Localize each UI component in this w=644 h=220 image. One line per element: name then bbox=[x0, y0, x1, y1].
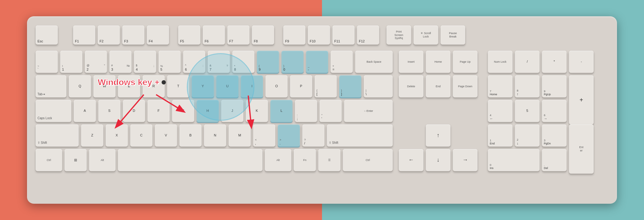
key-slash[interactable]: ? / bbox=[302, 124, 324, 147]
key-d[interactable]: D bbox=[123, 100, 145, 122]
key-numpad-enter[interactable]: Enter bbox=[569, 124, 594, 174]
key-space[interactable] bbox=[118, 149, 262, 171]
key-label: F9 bbox=[285, 39, 289, 43]
key-f[interactable]: F bbox=[147, 100, 170, 122]
key-label: F2 bbox=[100, 39, 104, 43]
key-5[interactable]: % 5 bbox=[159, 51, 181, 73]
key-numpad-5[interactable]: 5 bbox=[515, 100, 540, 122]
key-f2[interactable]: F2 bbox=[98, 26, 120, 45]
key-f3[interactable]: F3 bbox=[122, 26, 144, 45]
key-esc[interactable]: Esc bbox=[36, 26, 58, 45]
key-home[interactable]: Home bbox=[426, 51, 450, 73]
key-o[interactable]: O bbox=[265, 75, 288, 97]
key-f6[interactable]: F6 bbox=[203, 26, 225, 45]
key-pause-break[interactable]: PauseBreak bbox=[441, 26, 465, 45]
key-alt-left[interactable]: Alt bbox=[89, 149, 116, 171]
key-caps-lock[interactable]: Caps Lock bbox=[36, 100, 71, 122]
key-semicolon[interactable]: : ; bbox=[295, 100, 317, 122]
key-t[interactable]: T bbox=[167, 75, 189, 97]
key-9[interactable]: ( 9 bbox=[257, 51, 279, 73]
key-label: F3 bbox=[124, 39, 128, 43]
key-0[interactable]: ) 0 bbox=[281, 51, 304, 73]
key-menu[interactable]: ☰ bbox=[318, 149, 340, 171]
key-numpad-3[interactable]: 3 PgDn bbox=[542, 124, 567, 147]
key-n[interactable]: N bbox=[204, 124, 226, 147]
key-s[interactable]: S bbox=[98, 100, 120, 122]
key-enter[interactable]: ←Enter bbox=[344, 100, 393, 122]
key-f1[interactable]: F1 bbox=[73, 26, 95, 45]
key-numpad-8[interactable]: 8 ↑ bbox=[515, 75, 540, 97]
key-label: ⇧ Shift bbox=[37, 141, 47, 145]
key-quote[interactable]: " ' bbox=[320, 100, 342, 122]
key-label: Caps Lock bbox=[37, 116, 52, 120]
key-f7[interactable]: F7 bbox=[227, 26, 249, 45]
key-label: Page Down bbox=[455, 85, 476, 88]
key-page-up[interactable]: Page Up bbox=[453, 51, 477, 73]
key-f8[interactable]: F8 bbox=[252, 26, 274, 45]
key-minus[interactable]: _ - bbox=[306, 51, 328, 73]
key-backslash[interactable]: | \ bbox=[364, 75, 393, 97]
key-numpad-0[interactable]: 0 Ins bbox=[488, 149, 540, 171]
key-f11[interactable]: F11 bbox=[332, 26, 355, 45]
key-numpad-2[interactable]: 2 ↓ bbox=[515, 124, 540, 147]
key-end[interactable]: End bbox=[426, 75, 450, 97]
key-fn[interactable]: Fn bbox=[294, 149, 316, 171]
key-bracket-right[interactable]: } ] bbox=[339, 75, 361, 97]
key-numpad-slash[interactable]: / bbox=[515, 51, 540, 73]
key-label: Back Space bbox=[357, 60, 391, 64]
key-period[interactable]: > . bbox=[278, 124, 300, 147]
key-arrow-right[interactable]: → bbox=[453, 149, 477, 171]
key-m[interactable]: M bbox=[229, 124, 251, 147]
key-numpad-minus[interactable]: - bbox=[569, 51, 594, 73]
key-label: F4 bbox=[149, 39, 153, 43]
key-numpad-multiply[interactable]: * bbox=[542, 51, 567, 73]
key-numpad-7[interactable]: 7 Home bbox=[488, 75, 512, 97]
key-numpad-dot[interactable]: . Del bbox=[542, 149, 567, 171]
key-backspace[interactable]: Back Space bbox=[355, 51, 393, 73]
key-alt-right[interactable]: Alt bbox=[265, 149, 291, 171]
key-bracket-left[interactable]: { [ bbox=[315, 75, 337, 97]
key-arrow-left[interactable]: ← bbox=[399, 149, 423, 171]
key-windows[interactable]: ⊞ bbox=[65, 149, 87, 171]
key-arrow-up[interactable]: ↑ bbox=[426, 124, 450, 147]
key-f10[interactable]: F10 bbox=[308, 26, 330, 45]
key-tilde[interactable]: ~ ` bbox=[36, 51, 58, 73]
key-equals[interactable]: + = bbox=[331, 51, 353, 73]
key-arrow-down[interactable]: ↓ bbox=[426, 149, 450, 171]
key-f4[interactable]: F4 bbox=[147, 26, 169, 45]
key-numpad-9[interactable]: 9 PgUp bbox=[542, 75, 567, 97]
key-comma[interactable]: < , bbox=[253, 124, 275, 147]
key-3[interactable]: # № 3 bbox=[109, 51, 132, 73]
key-shift-right[interactable]: ⇧ Shift bbox=[327, 124, 393, 147]
key-numpad-4[interactable]: 4 ← bbox=[488, 100, 512, 122]
key-ctrl-right[interactable]: Ctrl bbox=[343, 149, 393, 171]
key-4[interactable]: $ ; 4 bbox=[134, 51, 156, 73]
key-ctrl-left[interactable]: Ctrl bbox=[36, 149, 62, 171]
key-z[interactable]: Z bbox=[81, 124, 103, 147]
key-1[interactable]: ! 1 bbox=[60, 51, 82, 73]
key-c[interactable]: C bbox=[130, 124, 152, 147]
key-x[interactable]: X bbox=[106, 124, 128, 147]
key-l[interactable]: L bbox=[270, 100, 293, 122]
key-f5[interactable]: F5 bbox=[178, 26, 200, 45]
key-b[interactable]: B bbox=[179, 124, 202, 147]
key-label: PrintScreenSysRq bbox=[388, 30, 409, 40]
key-v[interactable]: V bbox=[155, 124, 177, 147]
key-shift-left[interactable]: ⇧ Shift bbox=[36, 124, 79, 147]
key-numpad-6[interactable]: 6 → bbox=[542, 100, 567, 122]
key-numpad-plus[interactable]: + bbox=[569, 75, 594, 124]
key-f12[interactable]: F12 bbox=[357, 26, 379, 45]
key-a[interactable]: A bbox=[74, 100, 96, 122]
key-tab[interactable]: Tab⇥ bbox=[36, 75, 66, 97]
key-page-down[interactable]: Page Down bbox=[453, 75, 477, 97]
key-insert[interactable]: Insert bbox=[399, 51, 423, 73]
key-delete[interactable]: Delete bbox=[399, 75, 423, 97]
key-numpad-1[interactable]: 1 End bbox=[488, 124, 512, 147]
key-p[interactable]: P bbox=[290, 75, 312, 97]
key-2[interactable]: @ ʺ 2 bbox=[85, 51, 107, 73]
key-scroll-lock[interactable]: ✳ ScrollLock bbox=[414, 26, 438, 45]
key-print-screen[interactable]: PrintScreenSysRq bbox=[387, 26, 411, 45]
key-num-lock[interactable]: Num Lock bbox=[488, 51, 512, 73]
key-q[interactable]: Q bbox=[69, 75, 91, 97]
key-f9[interactable]: F9 bbox=[283, 26, 305, 45]
